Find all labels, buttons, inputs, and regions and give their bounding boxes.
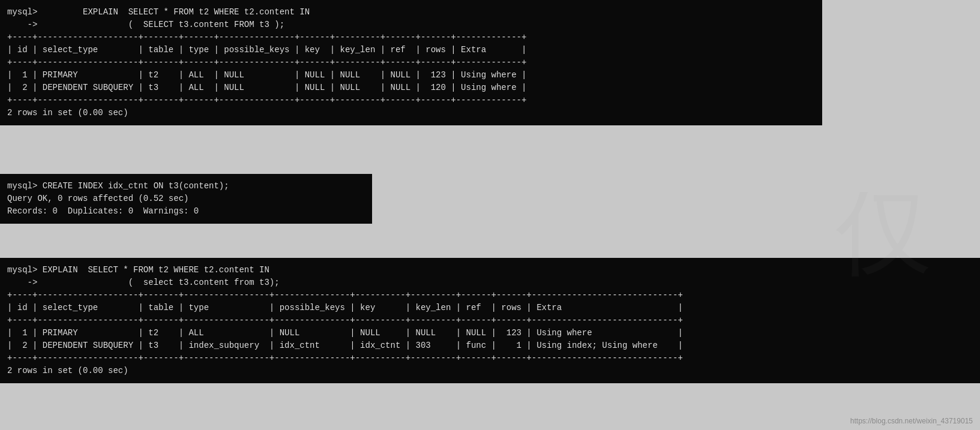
terminal-line: | 2 | DEPENDENT SUBQUERY | t3 | ALL | NU… <box>7 83 526 92</box>
terminal-line: +----+--------------------+-------+-----… <box>7 32 526 42</box>
terminal-line: Records: 0 Duplicates: 0 Warnings: 0 <box>7 206 199 216</box>
terminal-line: +----+--------------------+-------+-----… <box>7 95 526 105</box>
terminal-line: mysql> EXPLAIN SELECT * FROM t2 WHERE t2… <box>7 7 310 17</box>
terminal-line: mysql> CREATE INDEX idx_ctnt ON t3(conte… <box>7 181 229 191</box>
url-text: https://blog.csdn.net/weixin_43719015 <box>850 417 973 425</box>
terminal-line: | id | select_type | table | type | poss… <box>7 303 683 312</box>
terminal-line: | 1 | PRIMARY | t2 | ALL | NULL | NULL |… <box>7 70 526 80</box>
terminal-block-2: mysql> CREATE INDEX idx_ctnt ON t3(conte… <box>0 174 372 224</box>
terminal-line: +----+--------------------+-------+-----… <box>7 58 526 67</box>
terminal-line: -> ( SELECT t3.content FROM t3 ); <box>7 20 284 29</box>
terminal-line: 2 rows in set (0.00 sec) <box>7 366 128 375</box>
terminal-block-1: mysql> EXPLAIN SELECT * FROM t2 WHERE t2… <box>0 0 822 125</box>
terminal-line: +----+--------------------+-------+-----… <box>7 290 683 300</box>
terminal-line: 2 rows in set (0.00 sec) <box>7 108 128 118</box>
terminal-line: +----+--------------------+-------+-----… <box>7 353 683 363</box>
terminal-line: -> ( select t3.content from t3); <box>7 278 280 287</box>
terminal-line: +----+--------------------+-------+-----… <box>7 315 683 325</box>
terminal-line: | 1 | PRIMARY | t2 | ALL | NULL | NULL |… <box>7 328 683 338</box>
terminal-line: mysql> EXPLAIN SELECT * FROM t2 WHERE t2… <box>7 265 269 275</box>
watermark: 仅 <box>824 192 944 312</box>
svg-text:仅: 仅 <box>836 192 932 285</box>
terminal-line: | 2 | DEPENDENT SUBQUERY | t3 | index_su… <box>7 341 683 350</box>
terminal-line: | id | select_type | table | type | poss… <box>7 45 526 55</box>
terminal-line: Query OK, 0 rows affected (0.52 sec) <box>7 194 188 203</box>
